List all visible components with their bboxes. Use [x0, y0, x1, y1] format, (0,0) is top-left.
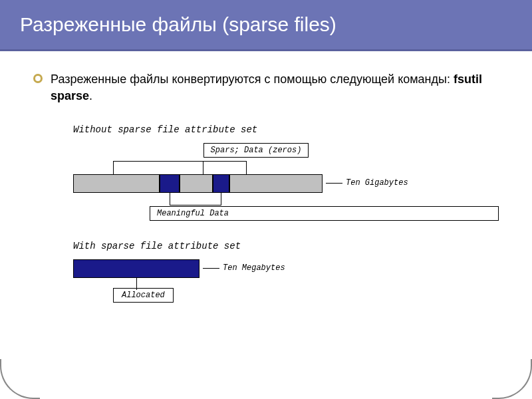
bottom-connectors — [73, 193, 323, 206]
meaningful-label-row: Meaningful Data — [150, 206, 499, 221]
top-connectors — [73, 161, 323, 174]
side-connector-1 — [326, 183, 342, 184]
alloc-connector — [136, 278, 137, 290]
bar-row-2: Ten Megabytes — [73, 259, 499, 278]
meaningful-data-label: Meaningful Data — [150, 206, 499, 221]
diagram-section-with: With sparse file attribute set Ten Megab… — [73, 241, 499, 303]
bar-with-sparse — [73, 259, 200, 278]
sparse-data-label: Spars; Data (zeros) — [203, 143, 309, 158]
bar-segment-blue — [160, 174, 180, 193]
side-connector-2 — [203, 268, 219, 269]
slide-content: Разреженные файлы конвертируются с помощ… — [0, 51, 532, 323]
bullet-prefix: Разреженные файлы конвертируются с помощ… — [51, 72, 454, 86]
corner-decoration-br — [492, 359, 532, 399]
bullet-item: Разреженные файлы конвертируются с помощ… — [33, 71, 499, 104]
bar-row-1: Ten Gigabytes — [73, 174, 499, 193]
bar-segment-gray — [73, 174, 160, 193]
bar-segments — [73, 174, 499, 193]
bullet-suffix: . — [89, 89, 92, 102]
section2-title: With sparse file attribute set — [73, 241, 499, 251]
bullet-text: Разреженные файлы конвертируются с помощ… — [51, 71, 499, 104]
section1-title: Without sparse file attribute set — [73, 124, 499, 135]
top-label-row: Spars; Data (zeros) — [43, 143, 469, 158]
side-label-1: Ten Gigabytes — [346, 178, 408, 188]
bar-segment-gray — [180, 174, 213, 193]
side-label-2: Ten Megabytes — [223, 263, 285, 273]
bar-segment-gray — [229, 174, 323, 193]
bullet-icon — [33, 74, 43, 83]
diagram: Without sparse file attribute set Spars;… — [73, 124, 499, 303]
bar-segment-blue — [213, 174, 229, 193]
corner-decoration-bl — [0, 359, 40, 399]
diagram-section-without: Without sparse file attribute set Spars;… — [73, 124, 499, 221]
slide-title: Разреженные файлы (sparse files) — [20, 13, 512, 36]
slide-header: Разреженные файлы (sparse files) — [0, 0, 532, 51]
allocated-label: Allocated — [113, 288, 174, 303]
